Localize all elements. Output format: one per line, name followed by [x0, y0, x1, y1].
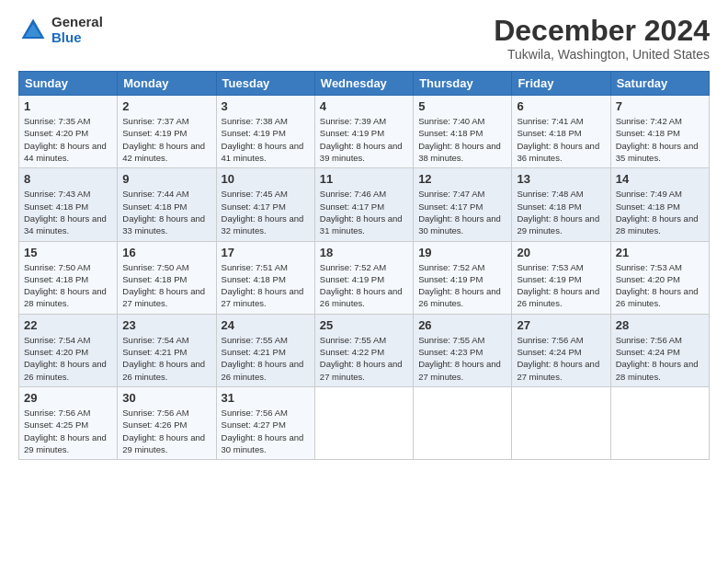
day-cell: 3 Sunrise: 7:38 AMSunset: 4:19 PMDayligh… [216, 96, 314, 168]
day-number: 5 [418, 99, 506, 113]
day-number: 9 [122, 172, 210, 186]
day-number: 25 [320, 318, 408, 332]
day-cell: 26 Sunrise: 7:55 AMSunset: 4:23 PMDaylig… [414, 314, 512, 386]
day-cell: 16 Sunrise: 7:50 AMSunset: 4:18 PMDaylig… [118, 241, 216, 314]
day-cell: 17 Sunrise: 7:51 AMSunset: 4:18 PMDaylig… [216, 241, 314, 314]
day-info: Sunrise: 7:40 AMSunset: 4:18 PMDaylight:… [418, 116, 501, 163]
day-number: 31 [222, 391, 310, 405]
day-cell: 4 Sunrise: 7:39 AMSunset: 4:19 PMDayligh… [314, 96, 413, 168]
day-number: 17 [222, 246, 310, 259]
day-cell: 18 Sunrise: 7:52 AMSunset: 4:19 PMDaylig… [314, 241, 413, 314]
day-info: Sunrise: 7:44 AMSunset: 4:18 PMDaylight:… [122, 189, 205, 236]
day-cell: 13 Sunrise: 7:48 AMSunset: 4:18 PMDaylig… [512, 168, 610, 241]
day-info: Sunrise: 7:41 AMSunset: 4:18 PMDaylight:… [517, 116, 599, 163]
header: General Blue December 2024 Tukwila, Wash… [18, 15, 710, 62]
day-cell: 6 Sunrise: 7:41 AMSunset: 4:18 PMDayligh… [512, 96, 610, 168]
day-info: Sunrise: 7:55 AMSunset: 4:23 PMDaylight:… [418, 335, 501, 382]
day-info: Sunrise: 7:56 AMSunset: 4:24 PMDaylight:… [616, 335, 699, 382]
day-cell: 7 Sunrise: 7:42 AMSunset: 4:18 PMDayligh… [610, 96, 709, 168]
page: General Blue December 2024 Tukwila, Wash… [0, 0, 728, 563]
week-row-2: 8 Sunrise: 7:43 AMSunset: 4:18 PMDayligh… [19, 168, 710, 241]
day-number: 26 [418, 318, 506, 332]
header-cell-friday: Friday [512, 72, 610, 96]
day-cell: 5 Sunrise: 7:40 AMSunset: 4:18 PMDayligh… [414, 96, 512, 168]
header-cell-sunday: Sunday [19, 72, 118, 96]
day-info: Sunrise: 7:54 AMSunset: 4:21 PMDaylight:… [122, 335, 205, 382]
location: Tukwila, Washington, United States [494, 47, 710, 62]
day-number: 11 [320, 172, 408, 186]
day-number: 24 [222, 318, 310, 332]
header-row: SundayMondayTuesdayWednesdayThursdayFrid… [19, 72, 710, 96]
day-info: Sunrise: 7:52 AMSunset: 4:19 PMDaylight:… [320, 262, 403, 309]
day-info: Sunrise: 7:39 AMSunset: 4:19 PMDaylight:… [320, 116, 403, 163]
day-info: Sunrise: 7:50 AMSunset: 4:18 PMDaylight:… [24, 262, 107, 309]
day-cell: 23 Sunrise: 7:54 AMSunset: 4:21 PMDaylig… [118, 314, 216, 386]
day-info: Sunrise: 7:48 AMSunset: 4:18 PMDaylight:… [517, 189, 599, 236]
header-cell-monday: Monday [118, 72, 216, 96]
day-cell: 8 Sunrise: 7:43 AMSunset: 4:18 PMDayligh… [19, 168, 118, 241]
day-info: Sunrise: 7:56 AMSunset: 4:25 PMDaylight:… [24, 408, 107, 454]
day-cell: 9 Sunrise: 7:44 AMSunset: 4:18 PMDayligh… [118, 168, 216, 241]
logo-blue: Blue [51, 30, 103, 46]
logo-text: General Blue [51, 15, 103, 45]
day-info: Sunrise: 7:55 AMSunset: 4:21 PMDaylight:… [222, 335, 304, 382]
week-row-3: 15 Sunrise: 7:50 AMSunset: 4:18 PMDaylig… [19, 241, 710, 314]
day-number: 27 [517, 318, 605, 332]
week-row-5: 29 Sunrise: 7:56 AMSunset: 4:25 PMDaylig… [19, 386, 710, 459]
header-cell-tuesday: Tuesday [216, 72, 314, 96]
logo: General Blue [18, 15, 103, 45]
day-number: 18 [320, 246, 408, 259]
day-cell: 19 Sunrise: 7:52 AMSunset: 4:19 PMDaylig… [414, 241, 512, 314]
day-info: Sunrise: 7:45 AMSunset: 4:17 PMDaylight:… [222, 189, 304, 236]
day-number: 30 [122, 391, 210, 405]
day-cell: 21 Sunrise: 7:53 AMSunset: 4:20 PMDaylig… [610, 241, 709, 314]
day-number: 4 [320, 99, 408, 113]
day-number: 14 [616, 172, 704, 186]
day-cell: 2 Sunrise: 7:37 AMSunset: 4:19 PMDayligh… [118, 96, 216, 168]
day-number: 6 [517, 99, 605, 113]
header-cell-saturday: Saturday [610, 72, 709, 96]
day-number: 23 [122, 318, 210, 332]
day-cell: 29 Sunrise: 7:56 AMSunset: 4:25 PMDaylig… [19, 386, 118, 459]
day-number: 22 [24, 318, 112, 332]
day-number: 2 [122, 99, 210, 113]
week-row-4: 22 Sunrise: 7:54 AMSunset: 4:20 PMDaylig… [19, 314, 710, 386]
day-info: Sunrise: 7:46 AMSunset: 4:17 PMDaylight:… [320, 189, 403, 236]
day-info: Sunrise: 7:55 AMSunset: 4:22 PMDaylight:… [320, 335, 403, 382]
day-cell: 15 Sunrise: 7:50 AMSunset: 4:18 PMDaylig… [19, 241, 118, 314]
day-cell: 1 Sunrise: 7:35 AMSunset: 4:20 PMDayligh… [19, 96, 118, 168]
day-number: 10 [222, 172, 310, 186]
title-block: December 2024 Tukwila, Washington, Unite… [494, 15, 710, 62]
day-info: Sunrise: 7:50 AMSunset: 4:18 PMDaylight:… [122, 262, 205, 309]
day-number: 21 [616, 246, 704, 259]
day-info: Sunrise: 7:49 AMSunset: 4:18 PMDaylight:… [616, 189, 699, 236]
day-number: 16 [122, 246, 210, 259]
day-cell: 20 Sunrise: 7:53 AMSunset: 4:19 PMDaylig… [512, 241, 610, 314]
day-number: 28 [616, 318, 704, 332]
day-number: 29 [24, 391, 112, 405]
day-number: 20 [517, 246, 605, 259]
day-number: 15 [24, 246, 112, 259]
day-info: Sunrise: 7:51 AMSunset: 4:18 PMDaylight:… [222, 262, 304, 309]
day-cell: 25 Sunrise: 7:55 AMSunset: 4:22 PMDaylig… [314, 314, 413, 386]
day-cell: 31 Sunrise: 7:56 AMSunset: 4:27 PMDaylig… [216, 386, 314, 459]
day-info: Sunrise: 7:56 AMSunset: 4:24 PMDaylight:… [517, 335, 599, 382]
day-info: Sunrise: 7:38 AMSunset: 4:19 PMDaylight:… [222, 116, 304, 163]
day-info: Sunrise: 7:56 AMSunset: 4:26 PMDaylight:… [122, 408, 205, 454]
header-cell-thursday: Thursday [414, 72, 512, 96]
day-number: 8 [24, 172, 112, 186]
day-number: 3 [222, 99, 310, 113]
day-info: Sunrise: 7:53 AMSunset: 4:20 PMDaylight:… [616, 262, 699, 309]
day-number: 7 [616, 99, 704, 113]
day-info: Sunrise: 7:52 AMSunset: 4:19 PMDaylight:… [418, 262, 501, 309]
day-info: Sunrise: 7:42 AMSunset: 4:18 PMDaylight:… [616, 116, 699, 163]
day-info: Sunrise: 7:35 AMSunset: 4:20 PMDaylight:… [24, 116, 107, 163]
day-cell [610, 386, 709, 459]
day-cell: 12 Sunrise: 7:47 AMSunset: 4:17 PMDaylig… [414, 168, 512, 241]
month-title: December 2024 [494, 15, 710, 47]
day-cell [314, 386, 413, 459]
week-row-1: 1 Sunrise: 7:35 AMSunset: 4:20 PMDayligh… [19, 96, 710, 168]
day-info: Sunrise: 7:54 AMSunset: 4:20 PMDaylight:… [24, 335, 107, 382]
day-number: 13 [517, 172, 605, 186]
day-number: 12 [418, 172, 506, 186]
